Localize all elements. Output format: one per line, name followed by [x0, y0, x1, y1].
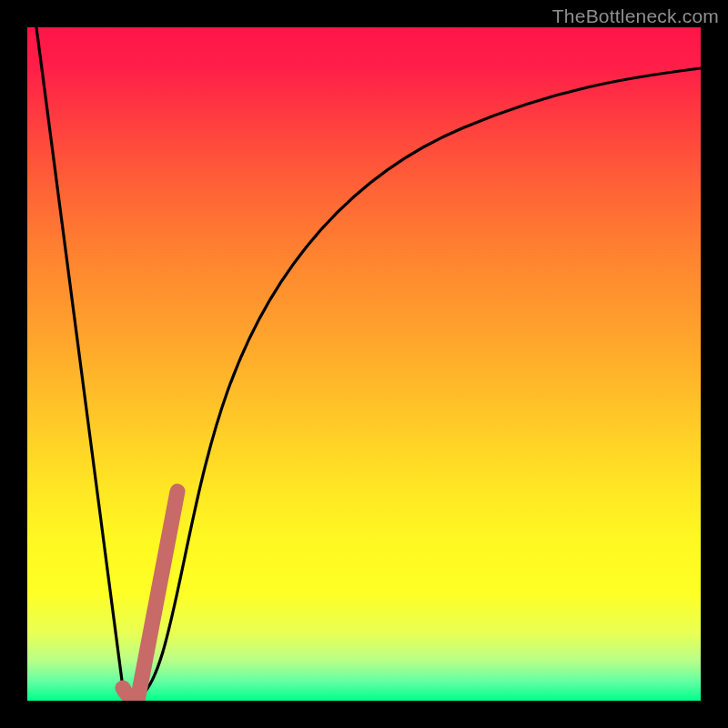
highlighted-segment: [123, 491, 177, 697]
plot-area: [27, 27, 701, 701]
chart-frame: TheBottleneck.com: [0, 0, 728, 728]
bottleneck-curve: [36, 27, 701, 699]
curve-layer: [27, 27, 701, 701]
watermark-text: TheBottleneck.com: [552, 5, 719, 27]
